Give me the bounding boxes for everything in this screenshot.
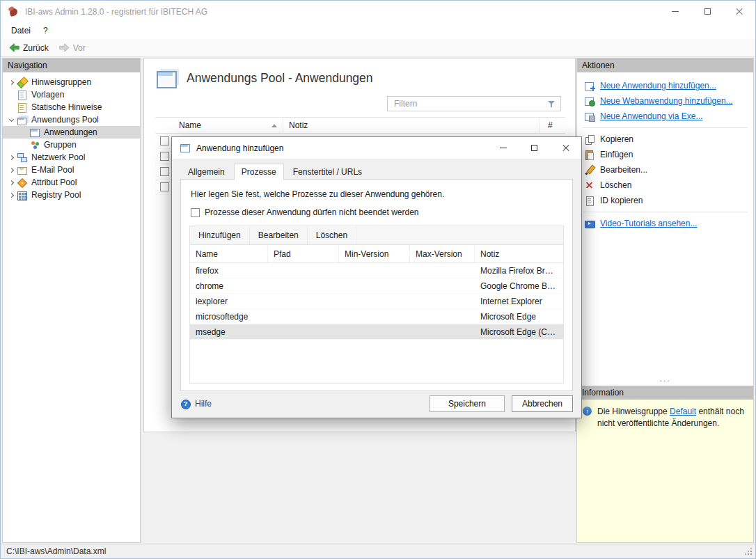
action-item-label: Kopieren — [600, 134, 633, 144]
tree-expander-icon[interactable] — [6, 176, 17, 189]
app-logo-icon[interactable] — [8, 6, 19, 17]
process-table-body: firefox Mozilla Firefox Browser chrome — [190, 263, 563, 340]
action-item-icon — [584, 180, 595, 191]
tree-item[interactable]: Statische Hinweise — [3, 101, 140, 113]
tree-item[interactable]: Anwendungen — [3, 126, 140, 139]
action-item-icon — [584, 219, 595, 229]
action-item[interactable]: Kopieren — [577, 132, 753, 147]
tree-item[interactable]: Anwendungs Pool — [3, 113, 140, 126]
tree-expander-icon[interactable] — [6, 76, 17, 88]
process-column-pfad[interactable]: Pfad — [268, 245, 339, 262]
action-item[interactable]: Neue Anwendung hinzufügen... — [577, 78, 753, 93]
default-group-link[interactable]: Default — [670, 407, 696, 416]
window-control-button[interactable] — [691, 1, 723, 22]
dialog-control-button[interactable] — [519, 137, 550, 159]
action-item[interactable]: Einfügen — [577, 147, 753, 162]
menu-item[interactable]: Datei — [5, 24, 37, 38]
action-item[interactable]: Bearbeiten... — [577, 162, 753, 178]
dialog-control-icon — [531, 145, 537, 151]
process-table-header: Name Pfad Min-Version Max-Version Notiz — [190, 245, 563, 263]
process-notiz-cell: Microsoft Edge (Chrom... — [475, 327, 563, 337]
tree-expander-icon[interactable] — [18, 139, 29, 151]
tree-expander-icon[interactable] — [18, 126, 29, 139]
tree-expander-icon[interactable] — [6, 151, 17, 164]
action-item[interactable]: ID kopieren — [577, 193, 753, 208]
dialog-control-button[interactable] — [487, 137, 519, 159]
process-row[interactable]: iexplorer Internet Explorer — [190, 294, 563, 309]
action-item-icon — [584, 96, 595, 107]
tree-expander-icon[interactable] — [6, 101, 17, 113]
tree-expander-icon[interactable] — [6, 189, 17, 201]
cancel-button[interactable]: Abbrechen — [512, 395, 573, 412]
column-header-notiz[interactable]: Notiz — [283, 118, 540, 133]
window-control-icon — [735, 8, 743, 16]
page-title-row: Anwendungs Pool - Anwendungen — [144, 58, 575, 95]
row-checkbox[interactable] — [160, 136, 169, 145]
process-row[interactable]: msedge Microsoft Edge (Chrom... — [190, 324, 563, 340]
process-row[interactable]: firefox Mozilla Firefox Browser — [190, 263, 563, 278]
process-toolbar-button[interactable]: Hinzufügen — [190, 226, 250, 244]
process-column-name[interactable]: Name — [190, 245, 268, 262]
tree-expander-icon[interactable] — [6, 113, 17, 126]
tree-item[interactable]: Registry Pool — [3, 189, 140, 201]
process-toolbar-button[interactable]: Löschen — [308, 226, 356, 244]
page-title: Anwendungs Pool - Anwendungen — [187, 71, 373, 86]
row-checkbox[interactable] — [160, 152, 169, 161]
tree-item-icon — [17, 165, 28, 175]
process-column-max-version[interactable]: Max-Version — [410, 245, 475, 262]
tree-expander-icon[interactable] — [6, 164, 17, 176]
tree-item[interactable]: Hinweisgruppen — [3, 76, 140, 88]
forward-button[interactable]: Vor — [56, 42, 92, 54]
tree-item-icon — [17, 190, 28, 200]
processes-no-kill-checkbox[interactable] — [191, 208, 200, 217]
tree-item[interactable]: Gruppen — [3, 139, 140, 151]
tree-item[interactable]: E-Mail Pool — [3, 164, 140, 176]
process-notiz-cell: Google Chrome Browser — [475, 281, 563, 291]
tree-item-icon — [17, 152, 28, 163]
help-link-label: Hilfe — [195, 399, 212, 409]
action-item[interactable]: Video-Tutorials ansehen... — [577, 216, 753, 231]
navigation-panel-header: Navigation — [3, 58, 140, 72]
title-bar: IBI-aws Admin 1.28.0 - registriert für I… — [1, 1, 755, 22]
back-button[interactable]: Zurück — [6, 42, 55, 54]
window-control-button[interactable] — [659, 1, 691, 22]
action-item-icon — [584, 81, 595, 91]
save-button[interactable]: Speichern — [430, 395, 505, 412]
dialog-tab[interactable]: Prozesse — [234, 164, 284, 180]
select-all-column[interactable] — [155, 118, 173, 133]
menu-item[interactable]: ? — [37, 24, 54, 38]
process-name-cell: chrome — [190, 281, 268, 291]
tree-item[interactable]: Vorlagen — [3, 88, 140, 101]
help-link[interactable]: Hilfe — [180, 399, 212, 409]
resize-grip[interactable] — [743, 546, 753, 556]
tree-expander-icon[interactable] — [6, 88, 17, 101]
process-column-notiz[interactable]: Notiz — [475, 245, 563, 262]
column-header-name[interactable]: Name — [173, 118, 283, 133]
spacer — [577, 231, 753, 375]
tree-item-label: Netzwerk Pool — [31, 152, 85, 162]
process-row[interactable]: microsoftedge Microsoft Edge — [190, 309, 563, 324]
action-list-new: Neue Anwendung hinzufügen... Neue Webanw… — [577, 72, 753, 124]
funnel-icon[interactable] — [546, 99, 558, 109]
no-kill-checkbox-row: Prozesse dieser Anwendung dürfen nicht b… — [191, 207, 562, 217]
filter-input[interactable] — [388, 97, 560, 111]
column-header-count[interactable]: # — [540, 118, 565, 133]
dialog-control-button[interactable] — [550, 137, 581, 159]
process-toolbar-button[interactable]: Bearbeiten — [250, 226, 308, 244]
pane-splitter-handle[interactable]: ... — [577, 375, 753, 386]
process-column-min-version[interactable]: Min-Version — [339, 245, 410, 262]
dialog-tab[interactable]: Allgemein — [180, 164, 233, 180]
window-control-button[interactable] — [723, 1, 755, 22]
dialog-control-icon — [562, 144, 570, 152]
row-checkbox[interactable] — [160, 167, 169, 176]
action-item[interactable]: Löschen — [577, 178, 753, 193]
row-checkbox[interactable] — [160, 182, 169, 191]
tree-item[interactable]: Attribut Pool — [3, 176, 140, 189]
dialog-tab[interactable]: Fenstertitel / URLs — [285, 164, 370, 180]
action-item-label: Bearbeiten... — [600, 165, 647, 175]
action-item[interactable]: Neue Webanwendung hinzufügen... — [577, 93, 753, 109]
process-row[interactable]: chrome Google Chrome Browser — [190, 278, 563, 294]
tree-item[interactable]: Netzwerk Pool — [3, 151, 140, 164]
action-item[interactable]: Neue Anwendung via Exe... — [577, 109, 753, 124]
process-toolbar: Hinzufügen Bearbeiten Löschen — [189, 226, 564, 244]
